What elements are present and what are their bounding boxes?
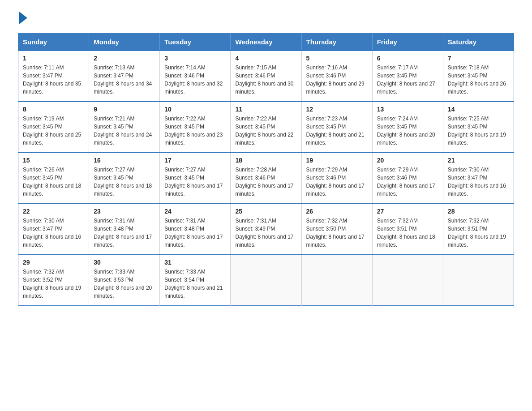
calendar-header-row: SundayMondayTuesdayWednesdayThursdayFrid…: [18, 34, 514, 51]
day-number: 10: [164, 106, 226, 113]
day-number: 5: [306, 55, 368, 62]
logo: [18, 13, 27, 24]
day-of-week-header: Sunday: [18, 34, 89, 51]
day-info: Sunrise: 7:19 AMSunset: 3:45 PMDaylight:…: [23, 116, 81, 146]
day-number: 25: [235, 208, 296, 215]
calendar-day-cell: 15 Sunrise: 7:26 AMSunset: 3:45 PMDaylig…: [18, 153, 89, 204]
logo-arrow-icon: [19, 12, 27, 24]
day-number: 20: [377, 157, 438, 164]
day-info: Sunrise: 7:31 AMSunset: 3:48 PMDaylight:…: [94, 218, 152, 248]
day-info: Sunrise: 7:11 AMSunset: 3:47 PMDaylight:…: [23, 64, 81, 95]
day-number: 23: [94, 208, 155, 215]
day-number: 2: [94, 55, 155, 62]
day-number: 9: [94, 106, 155, 113]
day-info: Sunrise: 7:32 AMSunset: 3:51 PMDaylight:…: [448, 218, 506, 248]
calendar-day-cell: 26 Sunrise: 7:32 AMSunset: 3:50 PMDaylig…: [301, 204, 372, 255]
day-of-week-header: Tuesday: [160, 34, 231, 51]
calendar-day-cell: 5 Sunrise: 7:16 AMSunset: 3:46 PMDayligh…: [301, 51, 372, 102]
day-info: Sunrise: 7:21 AMSunset: 3:45 PMDaylight:…: [94, 116, 152, 146]
calendar-day-cell: 21 Sunrise: 7:30 AMSunset: 3:47 PMDaylig…: [443, 153, 514, 204]
day-number: 3: [164, 55, 226, 62]
day-info: Sunrise: 7:16 AMSunset: 3:46 PMDaylight:…: [306, 64, 365, 95]
calendar-day-cell: 27 Sunrise: 7:32 AMSunset: 3:51 PMDaylig…: [372, 204, 443, 255]
day-number: 27: [377, 208, 438, 215]
day-info: Sunrise: 7:33 AMSunset: 3:54 PMDaylight:…: [164, 269, 223, 299]
page-header: [18, 13, 514, 24]
day-number: 12: [306, 106, 368, 113]
day-number: 26: [306, 208, 368, 215]
calendar-week-row: 15 Sunrise: 7:26 AMSunset: 3:45 PMDaylig…: [18, 153, 514, 204]
day-of-week-header: Monday: [89, 34, 160, 51]
day-number: 17: [164, 157, 226, 164]
day-info: Sunrise: 7:32 AMSunset: 3:51 PMDaylight:…: [377, 218, 435, 248]
calendar-day-cell: 4 Sunrise: 7:15 AMSunset: 3:46 PMDayligh…: [231, 51, 301, 102]
calendar-day-cell: 28 Sunrise: 7:32 AMSunset: 3:51 PMDaylig…: [443, 204, 514, 255]
day-info: Sunrise: 7:31 AMSunset: 3:48 PMDaylight:…: [164, 218, 223, 248]
day-number: 4: [235, 55, 296, 62]
day-info: Sunrise: 7:27 AMSunset: 3:45 PMDaylight:…: [94, 167, 152, 197]
calendar-day-cell: 29 Sunrise: 7:32 AMSunset: 3:52 PMDaylig…: [18, 255, 89, 306]
calendar-day-cell: 3 Sunrise: 7:14 AMSunset: 3:46 PMDayligh…: [160, 51, 231, 102]
day-number: 8: [23, 106, 84, 113]
calendar-week-row: 8 Sunrise: 7:19 AMSunset: 3:45 PMDayligh…: [18, 102, 514, 153]
day-info: Sunrise: 7:28 AMSunset: 3:46 PMDaylight:…: [235, 167, 293, 197]
day-number: 21: [448, 157, 509, 164]
calendar-day-cell: 2 Sunrise: 7:13 AMSunset: 3:47 PMDayligh…: [89, 51, 160, 102]
day-of-week-header: Wednesday: [231, 34, 301, 51]
calendar-day-cell: 6 Sunrise: 7:17 AMSunset: 3:45 PMDayligh…: [372, 51, 443, 102]
day-info: Sunrise: 7:25 AMSunset: 3:45 PMDaylight:…: [448, 116, 506, 146]
day-info: Sunrise: 7:22 AMSunset: 3:45 PMDaylight:…: [164, 116, 223, 146]
day-info: Sunrise: 7:23 AMSunset: 3:45 PMDaylight:…: [306, 116, 365, 146]
day-number: 11: [235, 106, 296, 113]
calendar-day-cell: 30 Sunrise: 7:33 AMSunset: 3:53 PMDaylig…: [89, 255, 160, 306]
day-number: 22: [23, 208, 84, 215]
day-info: Sunrise: 7:32 AMSunset: 3:52 PMDaylight:…: [23, 269, 81, 299]
day-info: Sunrise: 7:31 AMSunset: 3:49 PMDaylight:…: [235, 218, 293, 248]
day-of-week-header: Thursday: [301, 34, 372, 51]
calendar-day-cell: [443, 255, 514, 306]
day-number: 30: [94, 259, 155, 266]
calendar-day-cell: 22 Sunrise: 7:30 AMSunset: 3:47 PMDaylig…: [18, 204, 89, 255]
day-number: 31: [164, 259, 226, 266]
calendar-day-cell: 18 Sunrise: 7:28 AMSunset: 3:46 PMDaylig…: [231, 153, 301, 204]
day-info: Sunrise: 7:30 AMSunset: 3:47 PMDaylight:…: [23, 218, 81, 248]
calendar-day-cell: 8 Sunrise: 7:19 AMSunset: 3:45 PMDayligh…: [18, 102, 89, 153]
day-number: 13: [377, 106, 438, 113]
day-info: Sunrise: 7:27 AMSunset: 3:45 PMDaylight:…: [164, 167, 223, 197]
day-of-week-header: Saturday: [443, 34, 514, 51]
day-info: Sunrise: 7:30 AMSunset: 3:47 PMDaylight:…: [448, 167, 506, 197]
day-number: 1: [23, 55, 84, 62]
calendar-day-cell: 13 Sunrise: 7:24 AMSunset: 3:45 PMDaylig…: [372, 102, 443, 153]
day-number: 6: [377, 55, 438, 62]
day-info: Sunrise: 7:32 AMSunset: 3:50 PMDaylight:…: [306, 218, 365, 248]
day-number: 16: [94, 157, 155, 164]
calendar-day-cell: [231, 255, 301, 306]
calendar-day-cell: 14 Sunrise: 7:25 AMSunset: 3:45 PMDaylig…: [443, 102, 514, 153]
day-number: 19: [306, 157, 368, 164]
calendar-day-cell: 17 Sunrise: 7:27 AMSunset: 3:45 PMDaylig…: [160, 153, 231, 204]
day-number: 18: [235, 157, 296, 164]
calendar-week-row: 29 Sunrise: 7:32 AMSunset: 3:52 PMDaylig…: [18, 255, 514, 306]
day-info: Sunrise: 7:22 AMSunset: 3:45 PMDaylight:…: [235, 116, 293, 146]
day-info: Sunrise: 7:17 AMSunset: 3:45 PMDaylight:…: [377, 64, 435, 95]
calendar-week-row: 1 Sunrise: 7:11 AMSunset: 3:47 PMDayligh…: [18, 51, 514, 102]
calendar-table: SundayMondayTuesdayWednesdayThursdayFrid…: [18, 33, 514, 306]
day-number: 7: [448, 55, 509, 62]
calendar-day-cell: [301, 255, 372, 306]
calendar-day-cell: 12 Sunrise: 7:23 AMSunset: 3:45 PMDaylig…: [301, 102, 372, 153]
day-of-week-header: Friday: [372, 34, 443, 51]
day-info: Sunrise: 7:18 AMSunset: 3:45 PMDaylight:…: [448, 64, 506, 95]
calendar-day-cell: 20 Sunrise: 7:29 AMSunset: 3:46 PMDaylig…: [372, 153, 443, 204]
day-info: Sunrise: 7:24 AMSunset: 3:45 PMDaylight:…: [377, 116, 435, 146]
day-number: 14: [448, 106, 509, 113]
calendar-week-row: 22 Sunrise: 7:30 AMSunset: 3:47 PMDaylig…: [18, 204, 514, 255]
calendar-day-cell: 31 Sunrise: 7:33 AMSunset: 3:54 PMDaylig…: [160, 255, 231, 306]
day-info: Sunrise: 7:15 AMSunset: 3:46 PMDaylight:…: [235, 64, 293, 95]
day-info: Sunrise: 7:29 AMSunset: 3:46 PMDaylight:…: [306, 167, 365, 197]
calendar-day-cell: 24 Sunrise: 7:31 AMSunset: 3:48 PMDaylig…: [160, 204, 231, 255]
day-number: 15: [23, 157, 84, 164]
day-info: Sunrise: 7:26 AMSunset: 3:45 PMDaylight:…: [23, 167, 81, 197]
day-info: Sunrise: 7:29 AMSunset: 3:46 PMDaylight:…: [377, 167, 435, 197]
calendar-day-cell: 11 Sunrise: 7:22 AMSunset: 3:45 PMDaylig…: [231, 102, 301, 153]
day-number: 24: [164, 208, 226, 215]
